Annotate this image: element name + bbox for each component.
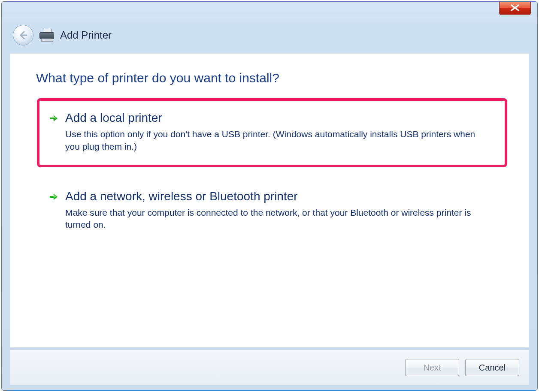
- wizard-question: What type of printer do you want to inst…: [36, 71, 529, 85]
- next-button[interactable]: Next: [405, 359, 459, 376]
- option-description: Make sure that your computer is connecte…: [65, 207, 492, 231]
- option-description: Use this option only if you don't have a…: [65, 128, 492, 153]
- add-printer-wizard-window: Add Printer What type of printer do you …: [1, 1, 538, 391]
- wizard-title: Add Printer: [60, 29, 112, 41]
- printer-icon: [39, 29, 54, 42]
- option-add-network-printer[interactable]: Add a network, wireless or Bluetooth pri…: [37, 177, 507, 246]
- option-title: Add a local printer: [65, 111, 492, 125]
- close-icon: [510, 4, 520, 11]
- wizard-header: Add Printer: [13, 23, 526, 47]
- close-button[interactable]: [499, 2, 531, 15]
- cancel-button[interactable]: Cancel: [465, 359, 519, 376]
- arrow-right-icon: [49, 114, 58, 123]
- option-title: Add a network, wireless or Bluetooth pri…: [65, 190, 492, 203]
- wizard-body: What type of printer do you want to inst…: [10, 53, 529, 347]
- option-add-local-printer[interactable]: Add a local printer Use this option only…: [37, 98, 507, 167]
- back-button[interactable]: [13, 25, 33, 45]
- back-arrow-icon: [18, 30, 29, 41]
- wizard-footer: Next Cancel: [10, 350, 529, 385]
- arrow-right-icon: [49, 192, 58, 202]
